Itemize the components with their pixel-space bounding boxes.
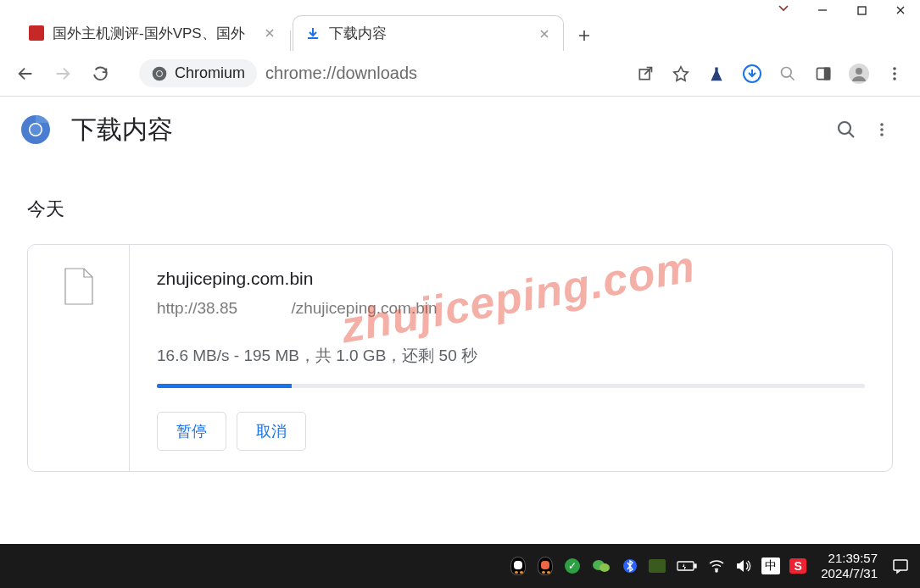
tab-close-button[interactable] — [538, 27, 551, 41]
svg-point-14 — [893, 77, 896, 80]
tray-volume-icon[interactable] — [733, 555, 755, 577]
tray-wechat-icon[interactable] — [588, 555, 614, 577]
downloads-header: 下载内容 — [0, 97, 920, 163]
toolbar-right-icons — [628, 57, 912, 91]
download-progress-bar — [157, 384, 865, 388]
svg-point-12 — [893, 67, 896, 70]
tray-wifi-icon[interactable] — [705, 555, 728, 577]
svg-point-23 — [599, 563, 610, 572]
download-actions: 暂停 取消 — [157, 412, 865, 451]
svg-rect-0 — [858, 7, 866, 14]
tray-nvidia-icon[interactable] — [646, 555, 668, 577]
svg-point-19 — [880, 123, 884, 126]
window-close-button[interactable] — [881, 0, 920, 20]
tab-separator — [290, 31, 291, 51]
download-icon — [305, 26, 321, 42]
extension-flask-icon[interactable] — [700, 57, 733, 91]
profile-button[interactable] — [842, 57, 876, 91]
svg-point-21 — [880, 133, 884, 136]
tray-sogou-icon[interactable]: S — [787, 555, 809, 577]
browser-toolbar: Chromium chrome://downloads — [0, 51, 920, 97]
file-icon — [64, 267, 94, 306]
new-tab-button[interactable] — [569, 20, 599, 51]
download-file-icon-area — [28, 245, 130, 471]
window-controls — [764, 0, 920, 20]
svg-rect-25 — [677, 562, 694, 570]
forward-button[interactable] — [46, 57, 80, 91]
svg-rect-26 — [694, 564, 696, 568]
tab-active[interactable]: 下载内容 — [293, 15, 564, 51]
section-label-today: 今天 — [27, 197, 893, 222]
tray-battery-icon[interactable] — [673, 555, 700, 577]
downloads-search-button[interactable] — [828, 112, 864, 147]
back-button[interactable] — [8, 57, 42, 91]
pause-button[interactable]: 暂停 — [157, 412, 226, 451]
s-label: S — [789, 558, 806, 574]
taskbar-time: 21:39:57 — [821, 551, 878, 566]
omnibox-url: chrome://downloads — [265, 64, 417, 83]
ime-label: 中 — [761, 557, 780, 574]
search-button[interactable] — [771, 57, 805, 91]
tab-title: 下载内容 — [329, 24, 531, 43]
taskbar-clock[interactable]: 21:39:57 2024/7/31 — [821, 551, 878, 581]
tray-qq-icon-2[interactable] — [534, 555, 556, 577]
tray-ime-button[interactable]: 中 — [760, 555, 782, 577]
svg-point-17 — [31, 125, 42, 136]
tab-title: 国外主机测评-国外VPS、国外 — [53, 24, 256, 43]
tray-notifications-button[interactable] — [889, 555, 912, 577]
svg-rect-28 — [894, 560, 907, 570]
chromium-badge[interactable]: Chromium — [139, 59, 257, 87]
downloads-menu-button[interactable] — [864, 112, 900, 147]
svg-point-11 — [856, 68, 862, 75]
window-custom-button[interactable] — [764, 0, 803, 20]
windows-taskbar: ✓ 中 S 21:39:57 2024/7/31 — [0, 544, 920, 588]
downloads-content: 今天 zhujiceping.com.bin http://38.85 /zhu… — [0, 163, 920, 472]
side-panel-button[interactable] — [806, 57, 840, 91]
page-title: 下载内容 — [71, 113, 828, 147]
share-button[interactable] — [628, 57, 662, 91]
tray-bluetooth-icon[interactable] — [619, 555, 641, 577]
tray-qq-icon[interactable] — [507, 555, 529, 577]
reload-button[interactable] — [83, 57, 117, 91]
svg-point-4 — [157, 71, 162, 76]
tab-inactive[interactable]: 国外主机测评-国外VPS、国外 — [17, 15, 288, 51]
tab-favicon-red-icon — [29, 25, 44, 41]
download-progress-fill — [157, 384, 292, 388]
address-bar[interactable]: Chromium chrome://downloads — [127, 57, 618, 91]
kebab-menu-button[interactable] — [878, 57, 912, 91]
bookmark-button[interactable] — [664, 57, 698, 91]
svg-point-27 — [716, 570, 717, 572]
svg-point-18 — [839, 122, 850, 134]
download-filename[interactable]: zhujiceping.com.bin — [157, 269, 865, 289]
download-indicator-icon[interactable] — [735, 57, 769, 91]
svg-rect-9 — [825, 68, 830, 79]
download-progress-text: 16.6 MB/s - 195 MB，共 1.0 GB，还剩 50 秒 — [157, 345, 865, 367]
tray-status-icon[interactable]: ✓ — [561, 555, 583, 577]
tab-close-button[interactable] — [263, 26, 276, 40]
cancel-button[interactable]: 取消 — [237, 412, 306, 451]
download-url[interactable]: http://38.85 /zhujiceping.com.bin — [157, 299, 865, 318]
svg-point-7 — [782, 67, 792, 77]
window-maximize-button[interactable] — [842, 0, 881, 20]
download-item-card: zhujiceping.com.bin http://38.85 /zhujic… — [27, 244, 893, 472]
omnibox-badge-label: Chromium — [175, 64, 245, 82]
download-item-body: zhujiceping.com.bin http://38.85 /zhujic… — [130, 245, 892, 471]
taskbar-date: 2024/7/31 — [821, 566, 878, 581]
chromium-icon — [151, 65, 168, 82]
chromium-logo-icon — [20, 114, 51, 145]
svg-rect-1 — [308, 37, 318, 39]
window-minimize-button[interactable] — [803, 0, 842, 20]
svg-point-13 — [893, 72, 896, 75]
svg-point-20 — [880, 128, 884, 131]
